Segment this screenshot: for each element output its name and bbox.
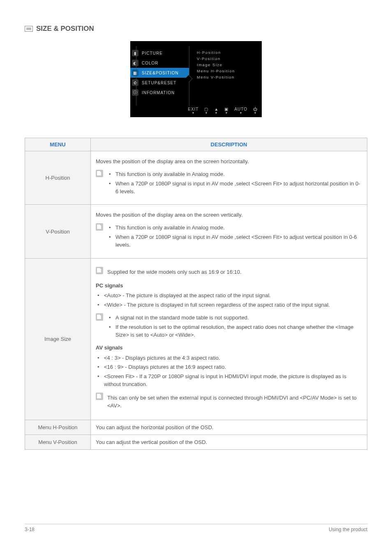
osd-foot-item: EXIT (188, 107, 198, 115)
section-header: SIZE & POSITION (25, 25, 367, 33)
osd-foot-item: ⏻ (253, 107, 258, 115)
th-menu: MENU (25, 138, 91, 151)
simple-text: You can adjust the vertical position of … (96, 439, 207, 445)
desc-cell: You can adjust the vertical position of … (91, 435, 367, 449)
osd-footer: EXIT▢▲▣AUTO⏻ (130, 106, 262, 117)
note-text: Supplied for the wide models only such a… (107, 268, 362, 276)
intro-text: Moves the position of the display area o… (96, 211, 362, 219)
simple-text: You can adjust the horizontal position o… (96, 424, 213, 430)
pc-heading: PC signals (96, 282, 123, 289)
note-bullet: This function is only available in Analo… (107, 224, 362, 232)
desc-cell: Supplied for the wide models only such a… (91, 258, 367, 420)
osd-item-icon: ✿ (132, 79, 138, 86)
osd-menu-item: ✿SETUP&RESET (130, 78, 189, 88)
osd-item-label: SETUP&RESET (142, 81, 176, 85)
osd-menu-item: ⓘINFORMATION (130, 88, 189, 97)
note-icon (96, 267, 103, 274)
note-bullet: When a 720P or 1080P signal is input in … (107, 234, 362, 249)
list-item: <Wide> - The picture is displayed in ful… (96, 301, 362, 309)
osd-foot-item: ▢ (204, 107, 208, 115)
osd-foot-item: ▣ (224, 107, 228, 115)
list-item: <Auto> - The picture is displayed at the… (96, 292, 362, 300)
osd-sub-item: Image Size (197, 62, 258, 68)
osd-menu-item: ◐COLOR (130, 58, 189, 68)
note-bullet: A signal not in the standard mode table … (107, 314, 362, 322)
osd-item-icon: ⓘ (132, 89, 138, 96)
osd-left-menu: ▮PICTURE◐COLOR▦SIZE&POSITION✿SETUP&RESET… (130, 46, 189, 106)
note-bullet: When a 720P or 1080P signal is input in … (107, 180, 362, 196)
note-block: Supplied for the wide models only such a… (96, 266, 362, 279)
osd-item-label: SIZE&POSITION (142, 71, 179, 75)
note-block: A signal not in the standard mode table … (96, 312, 362, 341)
osd-foot-item: AUTO (234, 107, 247, 115)
note-block: This function is only available in Analo… (96, 169, 362, 197)
note-block: This function is only available in Analo… (96, 222, 362, 251)
menu-cell: V-Position (25, 205, 91, 258)
note-icon (96, 170, 103, 177)
page-footer: 3-18 Using the product (25, 524, 367, 532)
desc-cell: Moves the position of the display area o… (91, 205, 367, 258)
size-position-icon (25, 26, 33, 32)
note-icon (96, 393, 103, 400)
settings-table: MENU DESCRIPTION H-Position Moves the po… (25, 138, 367, 450)
section-title-text: SIZE & POSITION (36, 25, 94, 33)
note-icon (96, 223, 103, 231)
menu-cell: H-Position (25, 151, 91, 205)
menu-cell: Menu V-Position (25, 435, 91, 449)
list-item: <4 : 3> - Displays pictures at the 4:3 a… (96, 354, 362, 362)
osd-sub-item: Menu V-Position (197, 74, 258, 80)
menu-cell: Menu H-Position (25, 420, 91, 435)
note-bullet: This function is only available in Analo… (107, 171, 362, 178)
osd-sub-item: H-Position (197, 49, 258, 56)
osd-item-icon: ◐ (132, 60, 138, 66)
desc-cell: You can adjust the horizontal position o… (91, 420, 367, 435)
osd-menu-item: ▮PICTURE (130, 48, 189, 58)
osd-item-label: COLOR (142, 61, 159, 65)
list-item: <16 : 9> - Displays pictures at the 16:9… (96, 363, 362, 371)
th-desc: DESCRIPTION (91, 138, 367, 151)
note-block: This can only be set when the external i… (96, 392, 362, 412)
osd-item-icon: ▦ (132, 69, 138, 76)
osd-item-label: INFORMATION (142, 90, 175, 95)
note-icon (96, 313, 103, 321)
intro-text: Moves the position of the display area o… (96, 158, 362, 166)
note-bullet: If the resolution is set to the optimal … (107, 324, 362, 339)
osd-panel: ▮PICTURE◐COLOR▦SIZE&POSITION✿SETUP&RESET… (130, 41, 262, 117)
osd-menu-item: ▦SIZE&POSITION (130, 68, 189, 78)
osd-item-icon: ▮ (132, 50, 138, 56)
list-item: <Screen Fit> - If a 720P or 1080P signal… (96, 373, 362, 388)
osd-foot-item: ▲ (214, 107, 219, 115)
osd-sub-item: Menu H-Position (197, 68, 258, 74)
section-name: Using the product (329, 527, 367, 532)
note-text: This can only be set when the external i… (107, 394, 362, 410)
menu-cell: Image Size (25, 258, 91, 420)
osd-item-label: PICTURE (142, 51, 163, 56)
page-number: 3-18 (25, 527, 35, 532)
desc-cell: Moves the position of the display area o… (91, 151, 367, 205)
av-heading: AV signals (96, 345, 123, 351)
osd-sub-item: V-Position (197, 56, 258, 62)
osd-right-menu: H-PositionV-PositionImage SizeMenu H-Pos… (189, 46, 262, 106)
